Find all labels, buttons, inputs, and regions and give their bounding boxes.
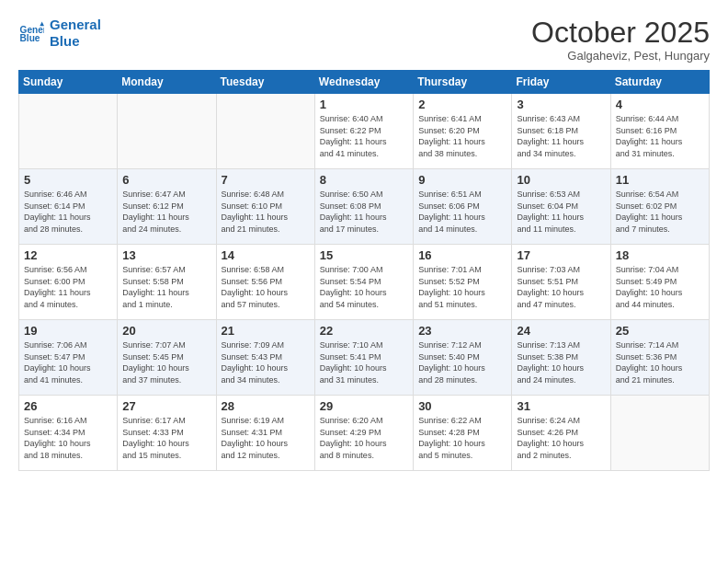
calendar-day: 9Sunrise: 6:51 AM Sunset: 6:06 PM Daylig…	[414, 169, 512, 245]
logo: General Blue General Blue	[18, 17, 101, 50]
calendar-day	[19, 94, 118, 169]
calendar-week-row: 26Sunrise: 6:16 AM Sunset: 4:34 PM Dayli…	[19, 396, 710, 471]
day-number: 21	[222, 324, 310, 338]
calendar-day: 21Sunrise: 7:09 AM Sunset: 5:43 PM Dayli…	[216, 320, 314, 396]
day-number: 19	[24, 324, 112, 338]
day-number: 23	[418, 324, 506, 338]
logo-line1: General	[50, 17, 101, 33]
day-info: Sunrise: 6:41 AM Sunset: 6:20 PM Dayligh…	[418, 113, 506, 159]
day-number: 10	[517, 173, 605, 187]
calendar-day: 19Sunrise: 7:06 AM Sunset: 5:47 PM Dayli…	[19, 320, 118, 396]
calendar-day: 20Sunrise: 7:07 AM Sunset: 5:45 PM Dayli…	[118, 320, 216, 396]
day-info: Sunrise: 6:24 AM Sunset: 4:26 PM Dayligh…	[517, 415, 605, 461]
day-info: Sunrise: 7:04 AM Sunset: 5:49 PM Dayligh…	[616, 264, 704, 310]
day-info: Sunrise: 6:53 AM Sunset: 6:04 PM Dayligh…	[517, 189, 605, 235]
day-info: Sunrise: 6:17 AM Sunset: 4:33 PM Dayligh…	[122, 415, 210, 461]
day-info: Sunrise: 6:44 AM Sunset: 6:16 PM Dayligh…	[616, 113, 704, 159]
day-number: 25	[616, 324, 704, 338]
day-number: 17	[517, 248, 605, 262]
day-number: 3	[517, 98, 605, 111]
weekday-header: Wednesday	[314, 71, 413, 94]
day-info: Sunrise: 6:54 AM Sunset: 6:02 PM Dayligh…	[616, 189, 704, 235]
calendar-day: 10Sunrise: 6:53 AM Sunset: 6:04 PM Dayli…	[512, 169, 610, 245]
day-info: Sunrise: 6:19 AM Sunset: 4:31 PM Dayligh…	[222, 415, 310, 461]
day-info: Sunrise: 7:12 AM Sunset: 5:40 PM Dayligh…	[418, 339, 506, 385]
calendar-day	[118, 94, 216, 169]
day-number: 8	[320, 173, 408, 187]
day-info: Sunrise: 7:00 AM Sunset: 5:54 PM Dayligh…	[320, 264, 408, 310]
title-block: October 2025 Galgaheviz, Pest, Hungary	[531, 17, 710, 63]
day-number: 30	[418, 399, 506, 413]
day-number: 13	[122, 248, 210, 262]
day-info: Sunrise: 7:06 AM Sunset: 5:47 PM Dayligh…	[24, 339, 112, 385]
day-info: Sunrise: 7:01 AM Sunset: 5:52 PM Dayligh…	[418, 264, 506, 310]
day-number: 22	[320, 324, 408, 338]
day-number: 24	[517, 324, 605, 338]
svg-marker-2	[40, 22, 44, 27]
day-info: Sunrise: 6:46 AM Sunset: 6:14 PM Dayligh…	[24, 189, 112, 235]
weekday-header: Thursday	[414, 71, 512, 94]
calendar-day: 28Sunrise: 6:19 AM Sunset: 4:31 PM Dayli…	[216, 396, 314, 471]
day-number: 27	[122, 399, 210, 413]
calendar-day: 29Sunrise: 6:20 AM Sunset: 4:29 PM Dayli…	[314, 396, 413, 471]
calendar-day: 1Sunrise: 6:40 AM Sunset: 6:22 PM Daylig…	[314, 94, 413, 169]
day-info: Sunrise: 7:10 AM Sunset: 5:41 PM Dayligh…	[320, 339, 408, 385]
day-number: 1	[320, 98, 408, 111]
calendar-day: 16Sunrise: 7:01 AM Sunset: 5:52 PM Dayli…	[414, 245, 512, 320]
calendar-day: 15Sunrise: 7:00 AM Sunset: 5:54 PM Dayli…	[314, 245, 413, 320]
day-number: 4	[616, 98, 704, 111]
day-number: 15	[320, 248, 408, 262]
header: General Blue General Blue October 2025 G…	[18, 17, 710, 63]
day-info: Sunrise: 6:57 AM Sunset: 5:58 PM Dayligh…	[122, 264, 210, 310]
day-info: Sunrise: 7:03 AM Sunset: 5:51 PM Dayligh…	[517, 264, 605, 310]
day-info: Sunrise: 6:22 AM Sunset: 4:28 PM Dayligh…	[418, 415, 506, 461]
logo-line2: Blue	[50, 33, 101, 50]
day-info: Sunrise: 6:56 AM Sunset: 6:00 PM Dayligh…	[24, 264, 112, 310]
day-number: 12	[24, 248, 112, 262]
calendar-day: 25Sunrise: 7:14 AM Sunset: 5:36 PM Dayli…	[610, 320, 709, 396]
day-number: 31	[517, 399, 605, 413]
calendar-day	[216, 94, 314, 169]
calendar-day: 4Sunrise: 6:44 AM Sunset: 6:16 PM Daylig…	[610, 94, 709, 169]
day-number: 7	[222, 173, 310, 187]
day-info: Sunrise: 6:51 AM Sunset: 6:06 PM Dayligh…	[418, 189, 506, 235]
calendar-day: 17Sunrise: 7:03 AM Sunset: 5:51 PM Dayli…	[512, 245, 610, 320]
calendar-day: 22Sunrise: 7:10 AM Sunset: 5:41 PM Dayli…	[314, 320, 413, 396]
weekday-header: Monday	[118, 71, 216, 94]
calendar-week-row: 19Sunrise: 7:06 AM Sunset: 5:47 PM Dayli…	[19, 320, 710, 396]
day-info: Sunrise: 7:09 AM Sunset: 5:43 PM Dayligh…	[222, 339, 310, 385]
day-info: Sunrise: 6:48 AM Sunset: 6:10 PM Dayligh…	[222, 189, 310, 235]
day-number: 2	[418, 98, 506, 111]
day-info: Sunrise: 6:58 AM Sunset: 5:56 PM Dayligh…	[222, 264, 310, 310]
day-info: Sunrise: 6:16 AM Sunset: 4:34 PM Dayligh…	[24, 415, 112, 461]
calendar-day: 2Sunrise: 6:41 AM Sunset: 6:20 PM Daylig…	[414, 94, 512, 169]
calendar-week-row: 1Sunrise: 6:40 AM Sunset: 6:22 PM Daylig…	[19, 94, 710, 169]
logo-icon: General Blue	[18, 20, 44, 46]
page: General Blue General Blue October 2025 G…	[0, 0, 728, 563]
day-info: Sunrise: 6:40 AM Sunset: 6:22 PM Dayligh…	[320, 113, 408, 159]
day-number: 28	[222, 399, 310, 413]
day-number: 9	[418, 173, 506, 187]
calendar-day: 23Sunrise: 7:12 AM Sunset: 5:40 PM Dayli…	[414, 320, 512, 396]
weekday-header: Saturday	[610, 71, 709, 94]
calendar-day	[610, 396, 709, 471]
calendar-day: 26Sunrise: 6:16 AM Sunset: 4:34 PM Dayli…	[19, 396, 118, 471]
day-number: 29	[320, 399, 408, 413]
day-number: 6	[122, 173, 210, 187]
day-info: Sunrise: 7:14 AM Sunset: 5:36 PM Dayligh…	[616, 339, 704, 385]
day-info: Sunrise: 6:50 AM Sunset: 6:08 PM Dayligh…	[320, 189, 408, 235]
calendar-day: 30Sunrise: 6:22 AM Sunset: 4:28 PM Dayli…	[414, 396, 512, 471]
weekday-header: Friday	[512, 71, 610, 94]
svg-text:Blue: Blue	[20, 33, 40, 43]
calendar-day: 13Sunrise: 6:57 AM Sunset: 5:58 PM Dayli…	[118, 245, 216, 320]
calendar: SundayMondayTuesdayWednesdayThursdayFrid…	[18, 70, 710, 471]
day-number: 18	[616, 248, 704, 262]
calendar-day: 6Sunrise: 6:47 AM Sunset: 6:12 PM Daylig…	[118, 169, 216, 245]
calendar-day: 27Sunrise: 6:17 AM Sunset: 4:33 PM Dayli…	[118, 396, 216, 471]
day-number: 14	[222, 248, 310, 262]
day-info: Sunrise: 6:20 AM Sunset: 4:29 PM Dayligh…	[320, 415, 408, 461]
day-number: 11	[616, 173, 704, 187]
calendar-day: 18Sunrise: 7:04 AM Sunset: 5:49 PM Dayli…	[610, 245, 709, 320]
header-row: SundayMondayTuesdayWednesdayThursdayFrid…	[19, 71, 710, 94]
day-info: Sunrise: 7:13 AM Sunset: 5:38 PM Dayligh…	[517, 339, 605, 385]
